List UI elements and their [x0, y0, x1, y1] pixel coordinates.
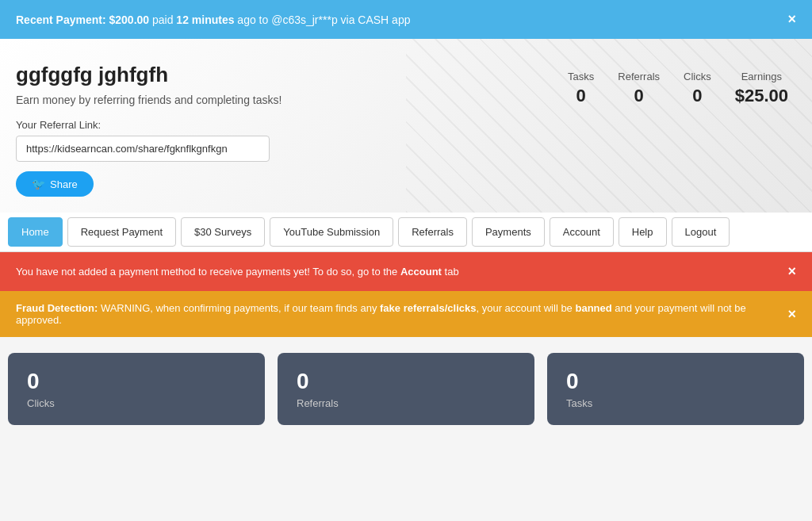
stats-cards: 0 Clicks 0 Referrals 0 Tasks: [0, 337, 812, 441]
earnings-value: $25.00: [735, 86, 788, 106]
stat-referrals: Referrals 0: [618, 71, 660, 106]
nav-referrals[interactable]: Referrals: [398, 217, 467, 247]
tasks-label: Tasks: [568, 71, 594, 82]
fraud-alert-text: Fraud Detection: WARNING, when confirmin…: [16, 302, 787, 326]
nav-bar: Home Request Payment $30 Surveys YouTube…: [0, 213, 812, 252]
nav-youtube-submission[interactable]: YouTube Submission: [270, 217, 393, 247]
referrals-label: Referrals: [618, 71, 660, 82]
nav-home[interactable]: Home: [8, 217, 63, 247]
nav-surveys[interactable]: $30 Surveys: [181, 217, 265, 247]
nav-request-payment[interactable]: Request Payment: [67, 217, 176, 247]
twitter-icon: 🐦: [32, 178, 45, 190]
referrals-card-value: 0: [297, 369, 515, 394]
nav-payments[interactable]: Payments: [472, 217, 545, 247]
referrals-card-label: Referrals: [297, 397, 515, 409]
nav-help[interactable]: Help: [619, 217, 667, 247]
nav-logout[interactable]: Logout: [672, 217, 730, 247]
fraud-alert: Fraud Detection: WARNING, when confirmin…: [0, 291, 812, 337]
clicks-card: 0 Clicks: [8, 353, 265, 425]
share-button[interactable]: 🐦 Share: [16, 171, 94, 197]
referrals-card: 0 Referrals: [278, 353, 534, 425]
clicks-label: Clicks: [684, 71, 711, 82]
notification-close-button[interactable]: ×: [787, 11, 796, 28]
payment-alert: You have not added a payment method to r…: [0, 252, 812, 291]
notification-text: Recent Payment: $200.00 paid 12 minutes …: [16, 13, 410, 26]
tasks-value: 0: [568, 86, 594, 106]
stats-section: Tasks 0 Referrals 0 Clicks 0 Earnings $2…: [568, 71, 788, 106]
share-button-label: Share: [50, 178, 78, 190]
fraud-alert-close[interactable]: ×: [787, 306, 796, 323]
tasks-card-value: 0: [566, 369, 785, 394]
payment-alert-text: You have not added a payment method to r…: [16, 266, 459, 278]
hero-section: ggfggfg jghfgfh Earn money by referring …: [0, 39, 812, 213]
notification-banner: Recent Payment: $200.00 paid 12 minutes …: [0, 0, 812, 39]
stat-clicks: Clicks 0: [684, 71, 711, 106]
clicks-card-label: Clicks: [27, 397, 246, 409]
clicks-value: 0: [684, 86, 711, 106]
stat-tasks: Tasks 0: [568, 71, 594, 106]
earnings-label: Earnings: [735, 71, 788, 82]
referrals-value: 0: [618, 86, 660, 106]
nav-account[interactable]: Account: [550, 217, 614, 247]
referral-link-input[interactable]: [16, 136, 270, 162]
clicks-card-value: 0: [27, 369, 246, 394]
stat-earnings: Earnings $25.00: [735, 71, 788, 106]
payment-alert-close[interactable]: ×: [787, 263, 796, 280]
hero-background: [406, 39, 812, 213]
tasks-card-label: Tasks: [566, 397, 785, 409]
tasks-card: 0 Tasks: [547, 353, 804, 425]
